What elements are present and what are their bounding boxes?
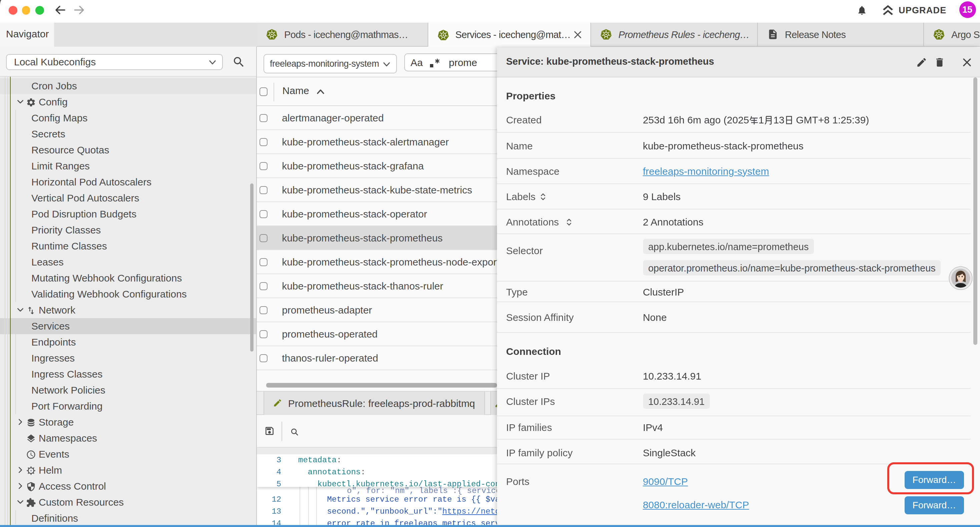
- svg-text:H: H: [30, 469, 32, 471]
